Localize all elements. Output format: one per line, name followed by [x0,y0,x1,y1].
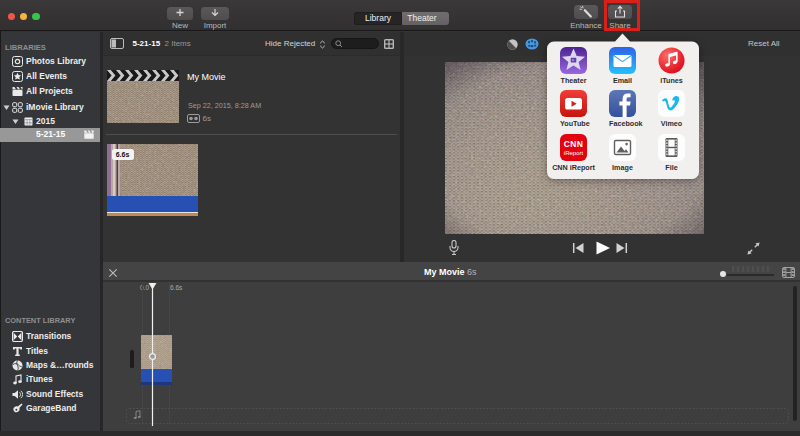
svg-text:iReport: iReport [564,149,584,155]
svg-text:CNN: CNN [564,138,583,148]
